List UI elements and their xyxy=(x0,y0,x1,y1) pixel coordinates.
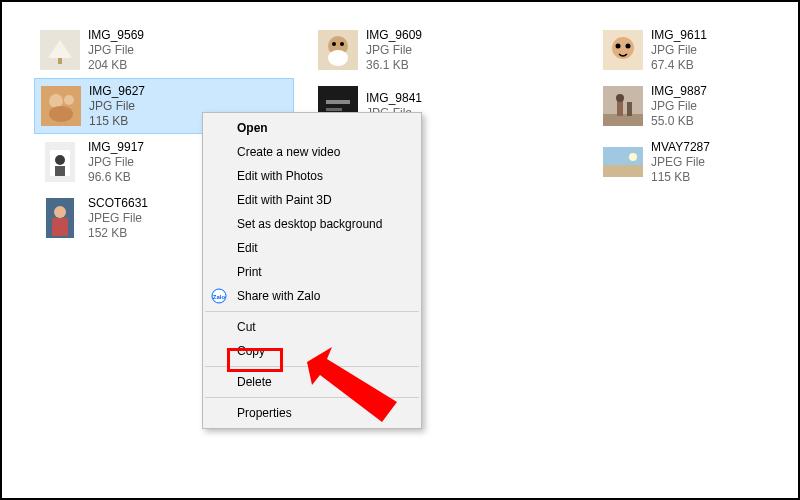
menu-item-edit-paint3d[interactable]: Edit with Paint 3D xyxy=(203,188,421,212)
file-thumbnail-icon xyxy=(40,198,80,238)
file-meta: SCOT6631 JPEG File 152 KB xyxy=(88,196,148,241)
svg-rect-19 xyxy=(326,100,350,104)
menu-item-share-zalo[interactable]: Zalo Share with Zalo xyxy=(203,284,421,308)
file-size: 96.6 KB xyxy=(88,170,144,185)
file-thumbnail-icon xyxy=(318,30,358,70)
file-type: JPG File xyxy=(88,43,144,58)
svg-point-11 xyxy=(54,206,66,218)
file-thumbnail-icon xyxy=(40,30,80,70)
menu-item-cut[interactable]: Cut xyxy=(203,315,421,339)
svg-rect-30 xyxy=(603,147,643,165)
file-thumbnail-icon xyxy=(40,142,80,182)
file-meta: IMG_9887 JPG File 55.0 KB xyxy=(651,84,707,129)
file-name: IMG_9841 xyxy=(366,91,422,106)
file-size: 115 KB xyxy=(651,170,710,185)
menu-item-properties[interactable]: Properties xyxy=(203,401,421,425)
file-meta: IMG_9609 JPG File 36.1 KB xyxy=(366,28,422,73)
file-type: JPEG File xyxy=(88,211,148,226)
menu-separator xyxy=(205,397,419,398)
file-name: SCOT6631 xyxy=(88,196,148,211)
file-thumbnail-icon xyxy=(603,30,643,70)
svg-point-3 xyxy=(49,94,63,108)
file-meta: IMG_9569 JPG File 204 KB xyxy=(88,28,144,73)
menu-item-open[interactable]: Open xyxy=(203,116,421,140)
svg-point-15 xyxy=(332,42,336,46)
svg-rect-9 xyxy=(55,166,65,176)
file-type: JPEG File xyxy=(651,155,710,170)
file-name: MVAY7287 xyxy=(651,140,710,155)
menu-item-edit-photos[interactable]: Edit with Photos xyxy=(203,164,421,188)
file-size: 67.4 KB xyxy=(651,58,707,73)
file-size: 115 KB xyxy=(89,114,145,129)
file-size: 36.1 KB xyxy=(366,58,422,73)
menu-item-print[interactable]: Print xyxy=(203,260,421,284)
file-size: 152 KB xyxy=(88,226,148,241)
svg-rect-1 xyxy=(58,58,62,64)
file-meta: IMG_9627 JPG File 115 KB xyxy=(89,84,145,129)
menu-separator xyxy=(205,311,419,312)
file-list-pane[interactable]: IMG_9569 JPG File 204 KB IMG_9627 JPG Fi… xyxy=(2,2,798,24)
file-meta: IMG_9611 JPG File 67.4 KB xyxy=(651,28,707,73)
svg-rect-20 xyxy=(326,108,342,111)
svg-point-23 xyxy=(616,44,621,49)
menu-item-label: Share with Zalo xyxy=(237,289,320,303)
context-menu[interactable]: Open Create a new video Edit with Photos… xyxy=(202,112,422,429)
menu-item-delete[interactable]: Delete xyxy=(203,370,421,394)
file-type: JPG File xyxy=(651,99,707,114)
file-thumbnail-icon xyxy=(603,142,643,182)
svg-rect-31 xyxy=(603,165,643,177)
file-item[interactable]: IMG_9887 JPG File 55.0 KB xyxy=(597,78,787,134)
svg-point-17 xyxy=(328,50,348,66)
svg-rect-29 xyxy=(627,102,632,116)
svg-point-5 xyxy=(49,106,73,122)
file-name: IMG_9917 xyxy=(88,140,144,155)
file-name: IMG_9887 xyxy=(651,84,707,99)
file-meta: MVAY7287 JPEG File 115 KB xyxy=(651,140,710,185)
svg-point-24 xyxy=(626,44,631,49)
file-size: 55.0 KB xyxy=(651,114,707,129)
file-item[interactable]: IMG_9611 JPG File 67.4 KB xyxy=(597,22,787,78)
file-size: 204 KB xyxy=(88,58,144,73)
file-thumbnail-icon xyxy=(41,86,81,126)
file-name: IMG_9609 xyxy=(366,28,422,43)
menu-item-copy[interactable]: Copy xyxy=(203,339,421,363)
svg-text:Zalo: Zalo xyxy=(213,294,226,300)
file-name: IMG_9611 xyxy=(651,28,707,43)
svg-rect-27 xyxy=(617,100,623,116)
file-item[interactable]: IMG_9609 JPG File 36.1 KB xyxy=(312,22,572,78)
file-name: IMG_9569 xyxy=(88,28,144,43)
svg-point-8 xyxy=(55,155,65,165)
file-meta: IMG_9917 JPG File 96.6 KB xyxy=(88,140,144,185)
file-column: IMG_9611 JPG File 67.4 KB IMG_9887 JPG F… xyxy=(597,2,787,190)
file-type: JPG File xyxy=(651,43,707,58)
svg-point-28 xyxy=(616,94,624,102)
menu-separator xyxy=(205,366,419,367)
svg-point-16 xyxy=(340,42,344,46)
file-type: JPG File xyxy=(366,43,422,58)
zalo-icon: Zalo xyxy=(211,288,227,304)
file-name: IMG_9627 xyxy=(89,84,145,99)
menu-item-set-background[interactable]: Set as desktop background xyxy=(203,212,421,236)
file-item[interactable]: IMG_9569 JPG File 204 KB xyxy=(34,22,294,78)
menu-item-edit[interactable]: Edit xyxy=(203,236,421,260)
svg-point-32 xyxy=(629,153,637,161)
file-item[interactable]: MVAY7287 JPEG File 115 KB xyxy=(597,134,787,190)
svg-rect-12 xyxy=(52,218,68,236)
svg-point-4 xyxy=(64,95,74,105)
file-type: JPG File xyxy=(88,155,144,170)
menu-item-create-video[interactable]: Create a new video xyxy=(203,140,421,164)
file-type: JPG File xyxy=(89,99,145,114)
file-thumbnail-icon xyxy=(603,86,643,126)
